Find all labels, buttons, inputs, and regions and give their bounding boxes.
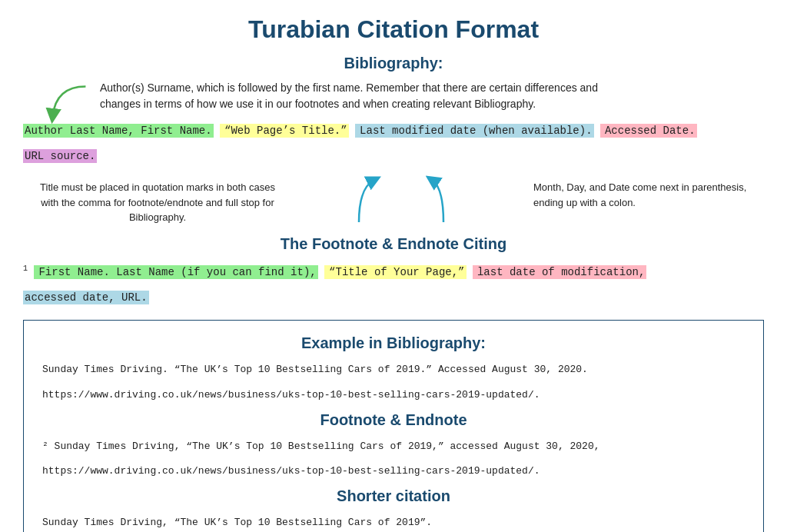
footnote-citation-line1: 1 First Name. Last Name (if you can find…: [23, 261, 764, 284]
example-short-line1: Sunday Times Driving, “The UK’s Top 10 B…: [42, 514, 745, 531]
bibliography-heading: Bibliography:: [23, 55, 764, 72]
fn-modified-text: last date of modification,: [476, 265, 646, 279]
bibliography-url-line: URL source.: [23, 145, 764, 168]
footnote-section: The Footnote & Endnote Citing 1 First Na…: [23, 235, 764, 309]
bibliography-section: Bibliography: Author(s) Surname, which i…: [23, 55, 764, 226]
bibliography-citation-line: Author Last Name, First Name. “Web Page’…: [23, 120, 764, 142]
footnote-heading: The Footnote & Endnote Citing: [23, 235, 764, 253]
fn-accessed: accessed date, URL.: [23, 291, 149, 304]
fn-superscript: 1: [23, 264, 28, 273]
footnote-citation-line2: accessed date, URL.: [23, 287, 764, 309]
bib-modified-text: Last modified date (when available).: [358, 124, 593, 138]
bib-title-text: “Web Page’s Title.”: [223, 124, 349, 138]
arrows-svg: [277, 172, 533, 226]
bib-accessed-text: Accessed Date.: [603, 124, 697, 138]
annotation-right-text: Month, Day, and Date come next in parent…: [533, 172, 749, 210]
annotation-left-text: Title must be placed in quotation marks …: [38, 172, 277, 225]
bib-description-row: Author(s) Surname, which is followed by …: [23, 80, 764, 112]
page-container: Turabian Citation Format Bibliography: A…: [23, 15, 764, 532]
example-bib-line1: Sunday Times Driving. “The UK’s Top 10 B…: [42, 361, 745, 378]
example-fn-line1: ² Sunday Times Driving, “The UK’s Top 10…: [42, 438, 745, 455]
bib-url: URL source.: [23, 149, 97, 163]
example-box: Example in Bibliography: Sunday Times Dr…: [23, 320, 764, 532]
bib-desc-text: Author(s) Surname, which is followed by …: [100, 80, 638, 112]
page-title: Turabian Citation Format: [23, 15, 764, 44]
shorter-citation-heading: Shorter citation: [42, 487, 745, 505]
green-arrow-icon: [38, 80, 100, 126]
example-bib-line2: https://www.driving.co.uk/news/business/…: [42, 387, 745, 404]
example-bib-heading: Example in Bibliography:: [42, 334, 745, 352]
fn-name-text: First Name. Last Name (if you can find i…: [37, 265, 317, 279]
annotation-row: Title must be placed in quotation marks …: [23, 172, 764, 226]
annotation-arrows-icon: [277, 172, 533, 226]
fn-title-text: “Title of Your Page,”: [327, 265, 466, 279]
example-fn-heading: Footnote & Endnote: [42, 411, 745, 429]
example-fn-line2: https://www.driving.co.uk/news/business/…: [42, 463, 745, 480]
